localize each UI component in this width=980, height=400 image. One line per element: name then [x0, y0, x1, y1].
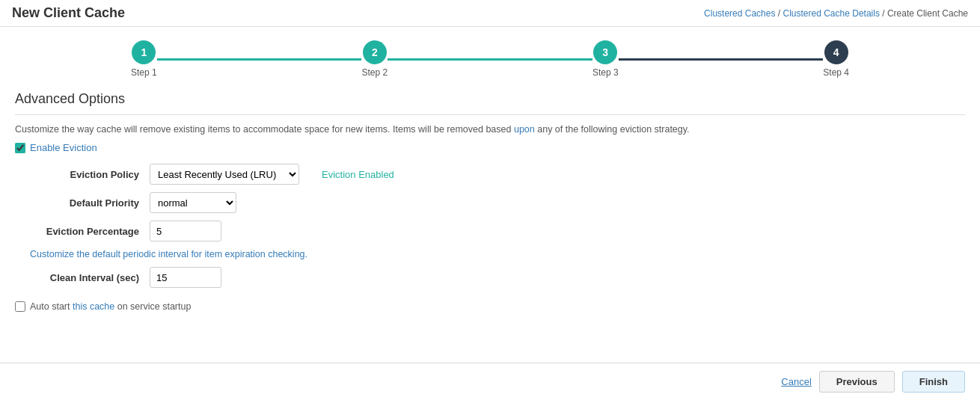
form-section-2: Clean Interval (sec)	[30, 267, 965, 295]
eviction-percentage-row: Eviction Percentage	[30, 221, 965, 241]
auto-start-label[interactable]: Auto start this cache on service startup	[30, 301, 191, 312]
stepper: 1 Step 1 2 Step 2 3 Step 3 4 Step 4	[0, 27, 980, 84]
enable-eviction-checkbox[interactable]	[15, 143, 25, 153]
default-priority-select[interactable]: normal high low	[150, 192, 236, 213]
previous-button[interactable]: Previous	[819, 371, 895, 393]
breadcrumb-create-client-cache: Create Client Cache	[887, 8, 968, 19]
step-2-circle: 2	[363, 40, 387, 64]
footer: Cancel Previous Finish	[0, 363, 980, 400]
eviction-policy-select[interactable]: Least Recently Used (LRU) FIFO None	[150, 164, 299, 185]
clean-interval-row: Clean Interval (sec)	[30, 267, 965, 288]
step-3: 3 Step 3	[592, 40, 619, 78]
divider	[15, 114, 965, 115]
eviction-policy-row: Eviction Policy Least Recently Used (LRU…	[30, 164, 965, 185]
clean-interval-input[interactable]	[150, 267, 221, 288]
step-3-label: Step 3	[592, 67, 619, 78]
section-title: Advanced Options	[15, 91, 965, 107]
auto-start-row: Auto start this cache on service startup	[15, 301, 965, 312]
step-2: 2 Step 2	[361, 40, 388, 78]
step-1: 1 Step 1	[131, 40, 157, 78]
step-1-circle: 1	[132, 40, 156, 64]
default-priority-label: Default Priority	[30, 197, 150, 209]
step-4: 4 Step 4	[823, 40, 849, 78]
enable-eviction-label[interactable]: Enable Eviction	[30, 142, 97, 153]
step-1-label: Step 1	[131, 67, 157, 78]
eviction-percentage-label: Eviction Percentage	[30, 226, 150, 237]
cancel-button[interactable]: Cancel	[781, 376, 811, 387]
finish-button[interactable]: Finish	[902, 371, 965, 393]
eviction-policy-label: Eviction Policy	[30, 169, 150, 180]
default-priority-row: Default Priority normal high low	[30, 192, 965, 213]
step-3-circle: 3	[593, 40, 617, 64]
step-line-1	[157, 58, 362, 61]
enable-eviction-row: Enable Eviction	[15, 142, 965, 153]
breadcrumb-clustered-cache-details[interactable]: Clustered Cache Details	[783, 8, 880, 19]
auto-start-link[interactable]: this cache	[73, 301, 114, 312]
desc-upon: upon	[514, 124, 535, 135]
eviction-percentage-input[interactable]	[150, 221, 221, 241]
content: Advanced Options Customize the way cache…	[0, 84, 980, 319]
header: New Client Cache Clustered Caches / Clus…	[0, 0, 980, 27]
breadcrumb: Clustered Caches / Clustered Cache Detai…	[704, 8, 968, 19]
breadcrumb-sep-2: /	[882, 8, 884, 19]
step-4-label: Step 4	[823, 67, 849, 78]
eviction-enabled-text: Eviction Enabled	[322, 169, 394, 180]
step-line-2	[388, 58, 592, 61]
description2: Customize the default periodic interval …	[30, 249, 965, 259]
step-2-label: Step 2	[361, 67, 388, 78]
step-4-circle: 4	[824, 40, 848, 64]
auto-start-checkbox[interactable]	[15, 301, 25, 312]
description: Customize the way cache will remove exis…	[15, 124, 965, 135]
page-title: New Client Cache	[12, 5, 125, 21]
clean-interval-label: Clean Interval (sec)	[30, 272, 150, 283]
breadcrumb-sep-1: /	[778, 8, 780, 19]
breadcrumb-clustered-caches[interactable]: Clustered Caches	[704, 8, 775, 19]
step-line-3	[619, 58, 824, 61]
form-section: Eviction Policy Least Recently Used (LRU…	[30, 164, 965, 249]
